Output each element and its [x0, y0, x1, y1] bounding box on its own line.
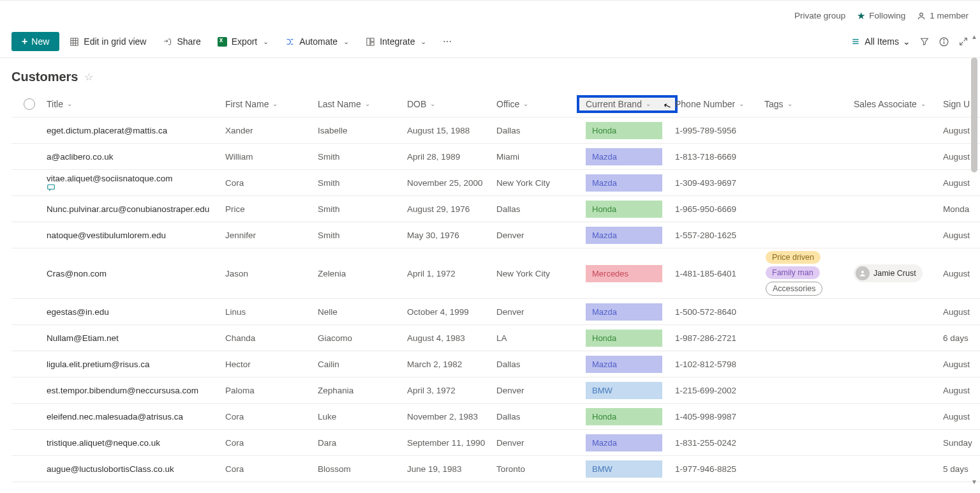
- person-name: Jamie Crust: [873, 269, 916, 278]
- following-link[interactable]: ★ Following: [857, 10, 905, 22]
- cell-phone: 1-500-572-8640: [675, 307, 764, 317]
- table-row[interactable]: eleifend.nec.malesuada@atrisus.caCoraLuk…: [11, 404, 980, 430]
- share-button[interactable]: Share: [156, 33, 207, 50]
- cell-office: New York City: [496, 269, 586, 278]
- edit-grid-label: Edit in grid view: [84, 36, 146, 47]
- chevron-down-icon: ⌄: [921, 100, 926, 107]
- column-title[interactable]: Title⌄: [47, 99, 225, 109]
- column-office[interactable]: Office⌄: [496, 99, 586, 109]
- scroll-down-icon[interactable]: ▼: [971, 478, 977, 482]
- svg-point-16: [861, 271, 864, 273]
- svg-rect-1: [71, 38, 78, 45]
- export-button[interactable]: Export ⌄: [211, 33, 275, 50]
- cell-title[interactable]: Nullam@Etiam.net: [47, 333, 225, 343]
- cell-title[interactable]: Cras@non.com: [47, 269, 225, 278]
- cell-phone: 1-102-812-5798: [675, 360, 764, 369]
- cell-title[interactable]: Nunc.pulvinar.arcu@conubianostraper.edu: [47, 204, 225, 214]
- list-title-row: Customers ☆: [11, 70, 980, 91]
- column-sales-associate[interactable]: Sales Associate⌄: [854, 99, 943, 109]
- table-row[interactable]: augue@luctuslobortisClass.co.ukCoraBloss…: [11, 456, 980, 482]
- brand-pill: Honda: [586, 201, 662, 218]
- table-row[interactable]: Nunc.pulvinar.arcu@conubianostraper.eduP…: [11, 196, 980, 222]
- view-label: All Items: [865, 36, 899, 47]
- column-dob[interactable]: DOB⌄: [407, 99, 496, 109]
- chevron-down-icon: ⌄: [420, 38, 426, 46]
- cell-title[interactable]: natoque@vestibulumlorem.edu: [47, 231, 225, 240]
- cell-title[interactable]: ligula.elit.pretium@risus.ca: [47, 360, 225, 369]
- cell-phone: 1-987-286-2721: [675, 333, 764, 343]
- cell-title[interactable]: augue@luctuslobortisClass.co.uk: [47, 464, 225, 474]
- cell-dob: November 25, 2000: [407, 178, 496, 188]
- cell-title[interactable]: egestas@in.edu: [47, 307, 225, 317]
- svg-rect-6: [367, 38, 370, 45]
- tag-pill: Family man: [766, 266, 820, 279]
- cell-dob: August 29, 1976: [407, 204, 496, 214]
- vertical-scrollbar[interactable]: ▲ ▼: [970, 32, 979, 482]
- cell-phone: 1-831-255-0242: [675, 438, 764, 448]
- cell-phone: 1-965-950-6669: [675, 204, 764, 214]
- cell-office: LA: [496, 333, 586, 343]
- column-phone[interactable]: Phone Number⌄: [675, 99, 764, 109]
- tag-pill: Accessories: [766, 282, 822, 296]
- table-row[interactable]: a@aclibero.co.ukWilliamSmithApril 28, 19…: [11, 144, 980, 170]
- table-row[interactable]: natoque@vestibulumlorem.eduJenniferSmith…: [11, 222, 980, 248]
- cell-title[interactable]: eget.dictum.placerat@mattis.ca: [47, 126, 225, 135]
- cell-current-brand: Mazda: [586, 356, 675, 373]
- brand-pill: BMW: [586, 460, 662, 478]
- star-filled-icon: ★: [857, 10, 865, 22]
- integrate-button[interactable]: Integrate ⌄: [359, 33, 433, 50]
- cell-dob: May 30, 1976: [407, 231, 496, 240]
- cell-last-name: Blossom: [318, 464, 407, 474]
- column-tags[interactable]: Tags⌄: [764, 99, 854, 109]
- cell-office: Denver: [496, 231, 586, 240]
- person-chip[interactable]: Jamie Crust: [854, 264, 923, 282]
- view-selector[interactable]: All Items ⌄: [850, 36, 910, 47]
- members-link[interactable]: 1 member: [917, 11, 969, 20]
- expand-icon[interactable]: [958, 36, 969, 47]
- cell-title[interactable]: vitae.aliquet@sociisnatoque.com: [47, 174, 225, 192]
- filter-icon[interactable]: [919, 36, 930, 47]
- cell-first-name: Chanda: [225, 333, 318, 343]
- comment-icon[interactable]: [47, 183, 219, 192]
- cell-title[interactable]: a@aclibero.co.uk: [47, 152, 225, 162]
- favorite-star-icon[interactable]: ☆: [84, 71, 93, 83]
- automate-button[interactable]: Automate ⌄: [279, 33, 355, 50]
- column-first-name[interactable]: First Name⌄: [225, 99, 318, 109]
- cell-last-name: Smith: [318, 231, 407, 240]
- table-row[interactable]: eget.dictum.placerat@mattis.caXanderIsab…: [11, 118, 980, 144]
- column-last-name[interactable]: Last Name⌄: [318, 99, 407, 109]
- table-row[interactable]: egestas@in.eduLinusNelleOctober 4, 1999D…: [11, 299, 980, 325]
- grid-icon: [70, 37, 79, 47]
- cell-office: Toronto: [496, 464, 586, 474]
- chevron-down-icon: ⌄: [67, 100, 72, 107]
- brand-pill: Mazda: [586, 356, 662, 373]
- cell-office: Dallas: [496, 126, 586, 135]
- info-icon[interactable]: [939, 36, 949, 47]
- table-row[interactable]: Nullam@Etiam.netChandaGiacomoAugust 4, 1…: [11, 325, 980, 351]
- new-button[interactable]: + New: [11, 32, 59, 51]
- table-row[interactable]: tristique.aliquet@neque.co.ukCoraDaraSep…: [11, 430, 980, 456]
- cell-current-brand: Mazda: [586, 227, 675, 244]
- edit-grid-button[interactable]: Edit in grid view: [63, 33, 152, 50]
- table-row[interactable]: Cras@non.comJasonZeleniaApril 1, 1972New…: [11, 248, 980, 299]
- table-row[interactable]: est.tempor.bibendum@neccursusa.comPaloma…: [11, 377, 980, 404]
- scroll-up-icon[interactable]: ▲: [971, 33, 977, 40]
- cell-title[interactable]: tristique.aliquet@neque.co.uk: [47, 438, 225, 448]
- table-row[interactable]: ligula.elit.pretium@risus.caHectorCailin…: [11, 351, 980, 377]
- column-current-brand[interactable]: Current Brand⌄ ↖: [586, 99, 675, 109]
- cell-title[interactable]: eleifend.nec.malesuada@atrisus.ca: [47, 412, 225, 421]
- cell-current-brand: Mercedes: [586, 265, 675, 282]
- cell-phone: 1-215-699-2002: [675, 386, 764, 395]
- cell-first-name: Xander: [225, 126, 318, 135]
- cell-current-brand: Honda: [586, 122, 675, 139]
- more-button[interactable]: ⋯: [436, 33, 458, 50]
- members-label: 1 member: [930, 11, 969, 20]
- table-row[interactable]: vitae.aliquet@sociisnatoque.comCoraSmith…: [11, 170, 980, 196]
- cell-title[interactable]: est.tempor.bibendum@neccursusa.com: [47, 386, 225, 395]
- cell-current-brand: Mazda: [586, 303, 675, 321]
- svg-rect-8: [371, 42, 374, 45]
- select-all-circle[interactable]: [24, 98, 35, 110]
- scroll-thumb[interactable]: [971, 57, 977, 172]
- chevron-down-icon: ⌄: [523, 100, 528, 107]
- command-bar: + New Edit in grid view Share Export ⌄ A…: [0, 26, 980, 58]
